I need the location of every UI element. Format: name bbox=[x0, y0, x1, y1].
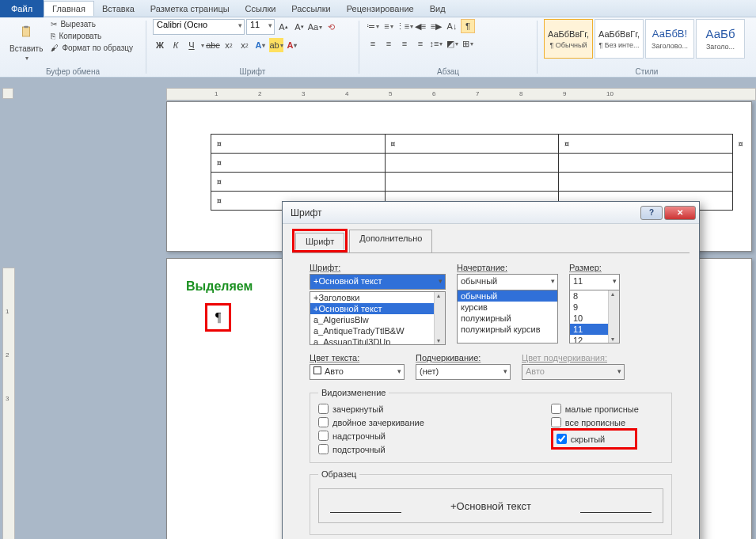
numbering-button[interactable]: ≡▾ bbox=[382, 19, 396, 33]
table-row[interactable]: ¤ bbox=[211, 173, 749, 192]
align-left-button[interactable]: ≡ bbox=[366, 36, 380, 51]
preview-text: +Основной текст bbox=[450, 500, 531, 512]
tab-home[interactable]: Главная bbox=[44, 1, 94, 16]
allcaps-checkbox[interactable]: все прописные bbox=[551, 417, 639, 427]
group-styles: АаБбВвГг,¶ Обычный АаБбВвГг,¶ Без инте..… bbox=[538, 17, 756, 77]
list-item[interactable]: a_AntiqueTradyTtlB&W bbox=[310, 325, 445, 336]
strike-button[interactable]: abc bbox=[206, 38, 220, 52]
tab-insert[interactable]: Вставка bbox=[94, 2, 142, 16]
list-item[interactable]: a_AssuanTitul3DUp bbox=[310, 336, 445, 345]
font-name-input[interactable]: +Основной текст bbox=[310, 274, 446, 290]
superscript-checkbox[interactable]: надстрочный bbox=[318, 431, 424, 441]
tab-review[interactable]: Рецензирование bbox=[339, 2, 422, 16]
list-item[interactable]: +Основной текст bbox=[310, 303, 445, 314]
highlight-button[interactable]: ab▾ bbox=[269, 38, 283, 52]
list-item[interactable]: курсив bbox=[458, 302, 557, 313]
line-spacing-button[interactable]: ↕≡▾ bbox=[429, 36, 443, 51]
copy-button[interactable]: ⎘Копировать bbox=[49, 31, 135, 41]
style-heading2[interactable]: АаБбЗаголо... bbox=[696, 19, 745, 59]
italic-button[interactable]: К bbox=[169, 38, 183, 52]
tab-references[interactable]: Ссылки bbox=[237, 2, 284, 16]
dialog-tab-advanced[interactable]: Дополнительно bbox=[349, 230, 432, 253]
size-label: Размер: bbox=[569, 263, 620, 272]
hidden-checkbox[interactable]: скрытый bbox=[557, 434, 605, 444]
style-label: Начертание: bbox=[457, 263, 558, 272]
paste-button[interactable]: Вставить ▾ bbox=[6, 19, 46, 63]
scrollbar[interactable] bbox=[608, 290, 619, 343]
paste-label: Вставить bbox=[9, 44, 43, 53]
horizontal-ruler[interactable]: 1 2 3 4 5 6 7 8 9 10 bbox=[166, 88, 756, 101]
font-style-input[interactable]: обычный bbox=[457, 274, 558, 290]
superscript-button[interactable]: x2 bbox=[237, 38, 252, 52]
underline-button[interactable]: Ч bbox=[184, 38, 199, 52]
list-item[interactable]: обычный bbox=[458, 290, 557, 302]
format-painter-button[interactable]: 🖌Формат по образцу bbox=[49, 43, 135, 53]
align-center-button[interactable]: ≡ bbox=[382, 36, 396, 51]
ribbon: Вставить ▾ ✂Вырезать ⎘Копировать 🖌Формат… bbox=[0, 17, 756, 78]
underline-combo[interactable]: (нет) bbox=[416, 364, 511, 380]
shading-button[interactable]: ◩▾ bbox=[445, 36, 459, 51]
list-item[interactable]: полужирный курсив bbox=[458, 324, 557, 335]
subscript-button[interactable]: x2 bbox=[222, 38, 236, 52]
justify-button[interactable]: ≡ bbox=[413, 36, 427, 51]
sort-button[interactable]: A↓ bbox=[445, 19, 459, 33]
smallcaps-checkbox[interactable]: малые прописные bbox=[551, 404, 639, 414]
preview-fieldset: Образец +Основной текст bbox=[310, 469, 672, 535]
grow-font-button[interactable]: A▴ bbox=[276, 20, 291, 34]
brush-icon: 🖌 bbox=[51, 44, 59, 52]
help-button[interactable]: ? bbox=[640, 206, 663, 220]
underline-color-label: Цвет подчеркивания: bbox=[522, 353, 625, 362]
scrollbar[interactable] bbox=[434, 292, 445, 344]
decrease-indent-button[interactable]: ◀≡ bbox=[413, 19, 427, 33]
annotation-paragraph-mark: ¶ bbox=[205, 303, 231, 332]
dialog-titlebar[interactable]: Шрифт ? ✕ bbox=[283, 202, 699, 224]
font-listbox[interactable]: +Заголовки +Основной текст a_AlgeriusBlw… bbox=[310, 291, 446, 345]
style-listbox[interactable]: обычный курсив полужирный полужирный кур… bbox=[457, 290, 558, 344]
font-size-combo[interactable]: 11 bbox=[246, 19, 275, 35]
close-button[interactable]: ✕ bbox=[664, 206, 696, 220]
list-item[interactable]: полужирный bbox=[458, 313, 557, 324]
bullets-button[interactable]: ≔▾ bbox=[366, 19, 380, 33]
font-color-button[interactable]: A▾ bbox=[285, 38, 299, 52]
size-listbox[interactable]: 8 9 10 11 12 bbox=[569, 290, 620, 344]
group-font-label: Шрифт bbox=[146, 67, 359, 76]
font-color-combo[interactable]: Авто bbox=[310, 364, 405, 380]
font-size-input[interactable]: 11 bbox=[569, 274, 620, 290]
double-strike-checkbox[interactable]: двойное зачеркивание bbox=[318, 417, 424, 427]
text-effects-button[interactable]: A▾ bbox=[253, 38, 268, 52]
annotation-font-tab: Шрифт bbox=[292, 229, 348, 252]
group-clipboard: Вставить ▾ ✂Вырезать ⎘Копировать 🖌Формат… bbox=[0, 17, 146, 77]
style-heading1[interactable]: АаБбВ!Заголово... bbox=[645, 19, 694, 59]
effects-legend: Видоизменение bbox=[318, 388, 389, 397]
strike-checkbox[interactable]: зачеркнутый bbox=[318, 404, 424, 414]
align-right-button[interactable]: ≡ bbox=[397, 36, 412, 51]
clear-formatting-button[interactable]: ⟲ bbox=[324, 20, 338, 34]
multilevel-button[interactable]: ⋮≡▾ bbox=[397, 19, 412, 33]
tab-page-layout[interactable]: Разметка страницы bbox=[142, 2, 237, 16]
copy-label: Копировать bbox=[59, 32, 101, 40]
shrink-font-button[interactable]: A▾ bbox=[292, 20, 306, 34]
tab-mailings[interactable]: Рассылки bbox=[283, 2, 338, 16]
style-no-spacing[interactable]: АаБбВвГг,¶ Без инте... bbox=[595, 19, 644, 59]
vertical-ruler[interactable]: 1 2 3 bbox=[2, 268, 15, 539]
paste-icon bbox=[15, 21, 37, 43]
font-name-combo[interactable]: Calibri (Осно bbox=[153, 19, 245, 35]
table-row[interactable]: ¤ bbox=[211, 154, 749, 173]
cut-button[interactable]: ✂Вырезать bbox=[49, 19, 135, 29]
subscript-checkbox[interactable]: подстрочный bbox=[318, 444, 424, 454]
bold-button[interactable]: Ж bbox=[153, 38, 167, 52]
cut-label: Вырезать bbox=[60, 20, 95, 28]
file-tab[interactable]: Файл bbox=[0, 0, 44, 17]
list-item[interactable]: a_AlgeriusBlw bbox=[310, 314, 445, 325]
tab-view[interactable]: Вид bbox=[422, 2, 454, 16]
table-row[interactable]: ¤¤¤¤ bbox=[211, 135, 749, 154]
table[interactable]: ¤¤¤¤ ¤ ¤ ¤ bbox=[211, 134, 749, 211]
show-paragraph-marks-button[interactable]: ¶ bbox=[461, 19, 475, 33]
scissors-icon: ✂ bbox=[51, 20, 57, 28]
list-item[interactable]: +Заголовки bbox=[310, 292, 445, 303]
borders-button[interactable]: ⊞▾ bbox=[461, 36, 475, 51]
change-case-button[interactable]: Aa▾ bbox=[308, 20, 322, 34]
increase-indent-button[interactable]: ≡▶ bbox=[429, 19, 443, 33]
style-normal[interactable]: АаБбВвГг,¶ Обычный bbox=[544, 19, 593, 59]
dialog-tab-font[interactable]: Шрифт bbox=[295, 233, 344, 250]
